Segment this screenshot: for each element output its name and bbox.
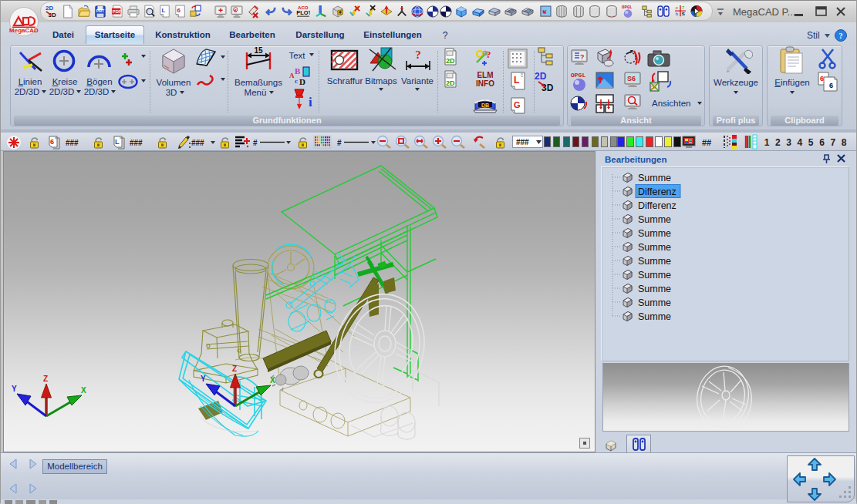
svg-text:Z: Z <box>43 375 48 383</box>
svg-text:MegaCAD: MegaCAD <box>9 27 39 34</box>
svg-text:Y: Y <box>12 385 17 393</box>
svg-text:PRT: PRT <box>96 8 105 13</box>
svg-text:Summe: Summe <box>638 242 671 253</box>
svg-text:i: i <box>309 95 312 109</box>
svg-text:Summe: Summe <box>638 297 671 308</box>
svg-text:6: 6 <box>829 82 833 89</box>
svg-text:15: 15 <box>254 46 263 55</box>
svg-text:2D: 2D <box>535 71 547 82</box>
svg-text:Summe: Summe <box>638 311 671 322</box>
svg-text:6: 6 <box>234 8 237 13</box>
svg-text:Summe: Summe <box>638 214 671 225</box>
svg-text:3D: 3D <box>49 12 56 18</box>
svg-text:S6: S6 <box>627 75 636 82</box>
svg-text:A: A <box>289 72 295 79</box>
svg-text:6: 6 <box>50 138 54 146</box>
svg-text:Summe: Summe <box>638 256 671 267</box>
svg-text:D: D <box>299 77 305 86</box>
svg-text:Z: Z <box>232 365 237 373</box>
svg-text:Summe: Summe <box>638 270 671 281</box>
svg-text:DB: DB <box>481 102 489 108</box>
svg-text:?: ? <box>580 53 585 61</box>
svg-text:2D: 2D <box>46 5 53 12</box>
svg-text:L: L <box>514 75 519 86</box>
svg-text:OPGL: OPGL <box>571 72 585 79</box>
svg-text:Y: Y <box>201 375 206 383</box>
svg-text:c: c <box>676 5 678 10</box>
svg-text:Summe: Summe <box>638 173 671 183</box>
svg-text:PLOT: PLOT <box>296 9 310 16</box>
svg-text:2D: 2D <box>446 79 455 87</box>
svg-text:B: B <box>295 66 301 76</box>
svg-text:7: 7 <box>682 5 685 10</box>
svg-text:L: L <box>115 138 120 146</box>
svg-text:PDF: PDF <box>113 9 122 14</box>
svg-text:b: b <box>676 11 679 16</box>
svg-text:X: X <box>81 386 86 395</box>
svg-text:c: c <box>295 77 298 85</box>
svg-text:G: G <box>514 100 521 109</box>
svg-text:L: L <box>162 7 166 14</box>
svg-text:Differenz: Differenz <box>638 200 676 211</box>
svg-text:?: ? <box>415 49 421 61</box>
svg-text:Differenz: Differenz <box>638 186 676 197</box>
svg-text:?: ? <box>839 32 843 40</box>
svg-text:2D: 2D <box>446 57 455 65</box>
svg-text:Summe: Summe <box>638 228 671 239</box>
svg-text:6: 6 <box>177 7 181 14</box>
svg-text:S: S <box>682 11 685 16</box>
svg-text:6: 6 <box>820 75 824 82</box>
svg-text:X: X <box>270 376 275 385</box>
svg-text:Summe: Summe <box>638 284 671 294</box>
